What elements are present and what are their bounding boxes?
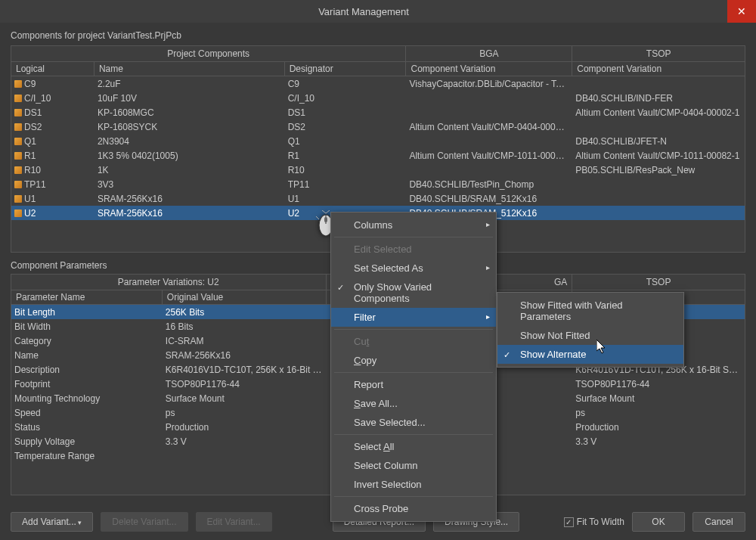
- submenu-show-fitted[interactable]: Show Fitted with Varied Parameters: [497, 296, 683, 326]
- col-variation-bga[interactable]: Component Variation: [406, 62, 572, 76]
- table-row[interactable]: R11K3 5% 0402(1005)R1Altium Content Vaul…: [11, 148, 745, 163]
- group-bga: BGA: [406, 46, 572, 61]
- pcol-orig[interactable]: Original Value: [163, 290, 327, 304]
- submenu-show-alternate[interactable]: Show Alternate: [497, 345, 683, 364]
- filter-submenu: Show Fitted with Varied Parameters Show …: [497, 292, 684, 368]
- menu-select-column[interactable]: Select Column: [331, 456, 496, 475]
- component-icon: [14, 109, 22, 116]
- table-row[interactable]: R101KR10PB05.SCHLIB/ResPack_New: [11, 163, 745, 177]
- menu-select-all[interactable]: Select All: [331, 437, 496, 456]
- component-icon: [14, 181, 22, 188]
- window-title: Variant Management: [0, 6, 727, 17]
- close-button[interactable]: ✕: [727, 0, 756, 23]
- table-row[interactable]: U1SRAM-256Kx16U1DB40.SCHLIB/SRAM_512Kx16: [11, 191, 745, 206]
- table-row[interactable]: C92.2uFC9VishayCapacitor.DBLib/Capacitor…: [11, 76, 745, 91]
- delete-variant-button: Delete Variant...: [101, 512, 187, 532]
- component-icon: [14, 209, 22, 217]
- component-icon: [14, 95, 22, 102]
- grid-column-row: Logical Name Designator Component Variat…: [11, 62, 745, 76]
- component-icon: [14, 195, 22, 203]
- component-icon: [14, 166, 22, 174]
- table-row[interactable]: DS2KP-1608SYCKDS2Altium Content Vault/CM…: [11, 119, 745, 134]
- project-label: Components for project VariantTest.PrjPc…: [0, 23, 756, 45]
- group-project: Project Components: [11, 46, 406, 61]
- menu-save-selected[interactable]: Save Selected...: [331, 413, 496, 432]
- col-logical[interactable]: Logical: [11, 62, 94, 76]
- svg-rect-2: [324, 217, 327, 222]
- grid-group-row: Project Components BGA TSOP: [11, 46, 745, 62]
- component-icon: [14, 80, 22, 88]
- table-row[interactable]: C/I_1010uF 10VC/I_10DB40.SCHLIB/IND-FER: [11, 91, 745, 105]
- add-variant-button[interactable]: Add Variant...: [11, 512, 93, 532]
- checkbox-icon: ✓: [564, 517, 574, 527]
- menu-edit-selected: Edit Selected: [331, 240, 496, 259]
- menu-set-selected-as[interactable]: Set Selected As▸: [331, 259, 496, 278]
- param-group-tsop: TSOP: [572, 275, 745, 290]
- table-row[interactable]: TP113V3TP11DB40.SCHLIB/TestPin_Chomp: [11, 177, 745, 191]
- col-designator[interactable]: Designator: [285, 62, 407, 76]
- titlebar: Variant Management ✕: [0, 0, 756, 23]
- grid-body: C92.2uFC9VishayCapacitor.DBLib/Capacitor…: [11, 76, 745, 220]
- menu-invert-selection[interactable]: Invert Selection: [331, 475, 496, 494]
- menu-cross-probe[interactable]: Cross Probe: [331, 499, 496, 518]
- menu-only-varied[interactable]: Only Show Varied Components: [331, 278, 496, 308]
- pcol-name[interactable]: Parameter Name: [11, 290, 163, 304]
- menu-copy[interactable]: Copy: [331, 351, 496, 370]
- table-row[interactable]: Q12N3904Q1DB40.SCHLIB/JFET-N: [11, 134, 745, 148]
- fit-to-width-checkbox[interactable]: ✓ Fit To Width: [564, 517, 624, 527]
- menu-filter[interactable]: Filter▸: [331, 308, 496, 327]
- menu-save-all[interactable]: Save All...: [331, 394, 496, 413]
- param-group-variations: Parameter Variations: U2: [11, 275, 327, 290]
- col-variation-tsop[interactable]: Component Variation: [572, 62, 745, 76]
- component-icon: [14, 138, 22, 145]
- table-row[interactable]: DS1KP-1608MGCDS1Altium Content Vault/CMP…: [11, 105, 745, 119]
- submenu-show-not-fitted[interactable]: Show Not Fitted: [497, 326, 683, 345]
- menu-columns[interactable]: Columns▸: [331, 216, 496, 234]
- ok-button[interactable]: OK: [632, 512, 685, 532]
- context-menu: Columns▸ Edit Selected Set Selected As▸ …: [330, 212, 497, 522]
- cancel-button[interactable]: Cancel: [692, 512, 745, 532]
- menu-report[interactable]: Report: [331, 375, 496, 394]
- menu-cut: Cut: [331, 332, 496, 351]
- edit-variant-button: Edit Variant...: [196, 512, 272, 532]
- group-tsop: TSOP: [572, 46, 745, 61]
- component-icon: [14, 152, 22, 160]
- component-icon: [14, 123, 22, 131]
- col-name[interactable]: Name: [94, 62, 285, 76]
